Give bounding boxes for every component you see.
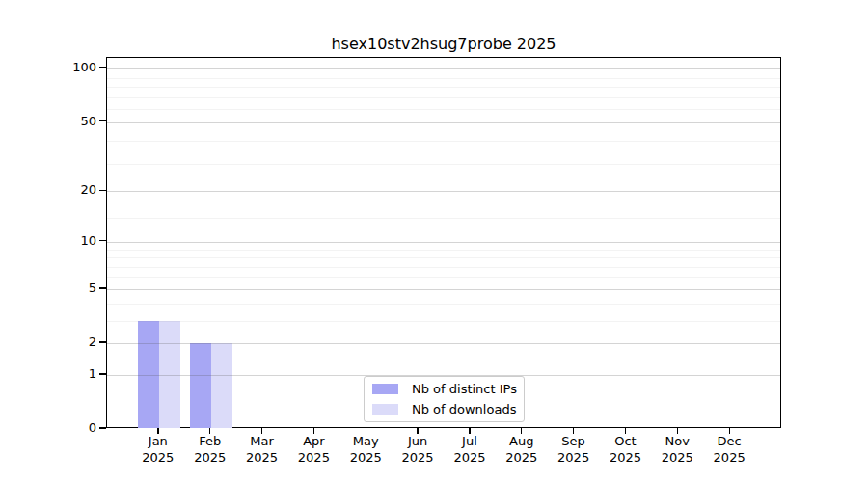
minor-gridline xyxy=(107,109,780,110)
y-tick-mark xyxy=(99,427,106,428)
minor-gridline xyxy=(107,257,780,258)
legend-label: Nb of downloads xyxy=(412,402,516,416)
minor-gridline xyxy=(107,87,780,88)
minor-gridline xyxy=(107,164,780,165)
chart-title: hsex10stv2hsug7probe 2025 xyxy=(106,35,781,53)
major-gridline xyxy=(107,242,780,243)
y-tick-mark xyxy=(99,190,106,191)
minor-gridline xyxy=(107,267,780,268)
figure: hsex10stv2hsug7probe 2025 0125102050100 … xyxy=(0,0,868,482)
legend-label: Nb of distinct IPs xyxy=(412,382,517,396)
y-tick-label: 100 xyxy=(0,61,96,74)
major-gridline xyxy=(107,191,780,192)
y-tick-mark xyxy=(99,341,106,342)
legend-swatch xyxy=(372,384,398,394)
major-gridline xyxy=(107,68,780,69)
y-tick-label: 1 xyxy=(0,367,96,381)
legend-swatch xyxy=(372,404,398,415)
x-tick-label: Dec 2025 xyxy=(698,434,760,466)
y-tick-label: 20 xyxy=(0,183,96,197)
major-gridline xyxy=(107,122,780,123)
major-gridline xyxy=(107,343,780,344)
grid-layer xyxy=(107,58,780,427)
y-tick-label: 2 xyxy=(0,335,96,349)
y-tick-mark xyxy=(99,67,106,68)
minor-gridline xyxy=(107,218,780,219)
plot-area xyxy=(106,57,781,428)
y-tick-mark xyxy=(99,287,106,288)
minor-gridline xyxy=(107,321,780,322)
legend: Nb of distinct IPsNb of downloads xyxy=(364,376,525,422)
minor-gridline xyxy=(107,141,780,142)
minor-gridline xyxy=(107,304,780,305)
minor-gridline xyxy=(107,97,780,98)
minor-gridline xyxy=(107,78,780,79)
minor-gridline xyxy=(107,277,780,278)
minor-gridline xyxy=(107,250,780,251)
y-tick-label: 0 xyxy=(0,421,96,435)
legend-item: Nb of distinct IPs xyxy=(365,381,524,397)
y-tick-label: 5 xyxy=(0,281,96,295)
y-tick-mark xyxy=(99,120,106,121)
y-tick-label: 50 xyxy=(0,115,96,128)
y-tick-mark xyxy=(99,373,106,374)
y-tick-label: 10 xyxy=(0,234,96,248)
legend-item: Nb of downloads xyxy=(365,401,524,417)
major-gridline xyxy=(107,289,780,290)
y-tick-mark xyxy=(99,240,106,241)
